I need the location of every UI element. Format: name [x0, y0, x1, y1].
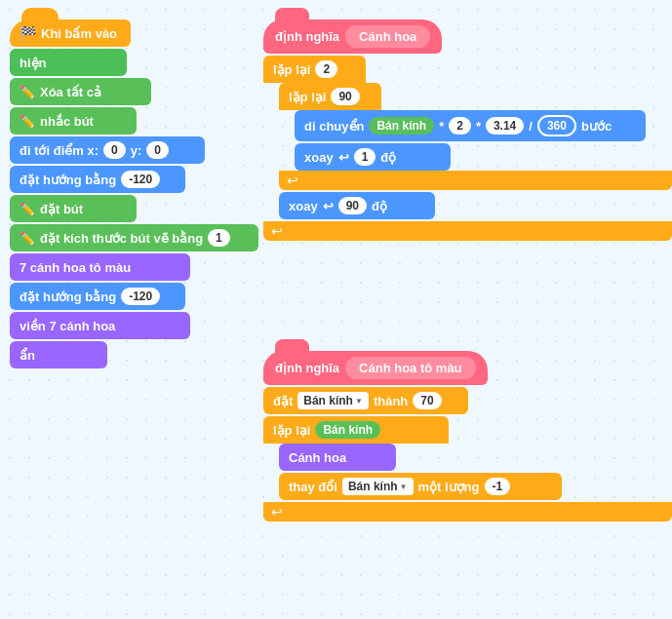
rotate1-icon: ↩	[338, 150, 349, 165]
dat-kich-thuoc-label: đặt kích thước bút vẽ bằng	[40, 231, 203, 246]
change-bankinh-block[interactable]: thay đổi Bán kính một lượng -1	[279, 473, 562, 500]
mul1: *	[439, 119, 444, 134]
pencil-icon: ✏️	[20, 85, 35, 99]
outer-loop: lặp lại 2 lặp lại 90 di chuyển Bán kính …	[263, 56, 672, 241]
right-bottom-stack: định nghĩa Cánh hoa tô màu đặt Bán kính …	[263, 351, 672, 522]
vien-canh-hoa-block[interactable]: viền 7 cánh hoa	[10, 312, 190, 339]
rotate1-block[interactable]: xoay ↩ 1 độ	[295, 143, 451, 171]
set-label: đặt	[273, 394, 293, 408]
pi-val[interactable]: 3.14	[486, 117, 524, 135]
nhac-but-block[interactable]: ✏️ nhắc bút	[10, 107, 137, 135]
dat-but-label: đặt bút	[40, 202, 83, 216]
outer-loop-top[interactable]: lặp lại 2	[263, 56, 366, 83]
dat-huong-label2: đặt hướng bằng	[20, 290, 116, 304]
buoc-label: bước	[581, 119, 612, 134]
bankinh-loop-var[interactable]: Bán kính	[315, 421, 380, 439]
canh-hoa-to-mau-label: 7 cánh hoa tô màu	[20, 260, 131, 275]
rotate2-section: xoay ↩ 90 độ	[279, 192, 672, 219]
di-toi-block[interactable]: đi tới điểm x: 0 y: 0	[10, 136, 205, 164]
inner-loop-label: lặp lại	[289, 90, 326, 104]
rotate2-icon: ↩	[323, 199, 334, 213]
canh-hoa-to-mau-block[interactable]: 7 cánh hoa tô màu	[10, 253, 190, 281]
canh-hoa-name: Cánh hoa	[345, 25, 430, 48]
hien-label: hiện	[20, 56, 47, 70]
steps-val[interactable]: 360	[537, 115, 576, 136]
define-canh-hoa-to-mau[interactable]: định nghĩa Cánh hoa tô màu	[263, 351, 488, 385]
nhac-but-label: nhắc bút	[40, 114, 94, 129]
xoa-block[interactable]: ✏️ Xóa tất cả	[10, 78, 151, 105]
dat-huong-label1: đặt hướng bằng	[20, 173, 116, 187]
rotate2-unit: độ	[372, 199, 387, 213]
rotate2-val[interactable]: 90	[338, 197, 367, 214]
inner-loop: lặp lại 90 di chuyển Bán kính * 2 * 3.14…	[279, 83, 672, 190]
bankinh-loop-top[interactable]: lặp lại Bán kính	[263, 416, 449, 444]
bankinh-oval[interactable]: Bán kính	[369, 117, 434, 135]
div-sign: /	[529, 119, 533, 134]
outer-loop-bottom: ↩	[263, 221, 672, 241]
define-label2: định nghĩa	[275, 361, 339, 375]
dat-kich-thuoc-block[interactable]: ✏️ đặt kích thước bút vẽ bằng 1	[10, 224, 258, 251]
hat-label: Khi bấm vào	[41, 26, 117, 41]
canh-hoa-to-mau-name: Cánh hoa tô màu	[345, 357, 475, 379]
left-stack: 🏁 Khi bấm vào hiện ✏️ Xóa tất cả ✏️ nhắc…	[10, 19, 258, 368]
mot-luong-label: một lượng	[418, 480, 480, 494]
move-section: di chuyển Bán kính * 2 * 3.14 / 360 bước…	[295, 110, 672, 171]
rotate1-unit: độ	[380, 150, 396, 165]
vien-canh-hoa-label: viền 7 cánh hoa	[20, 319, 115, 333]
canh-hoa-inner: Cánh hoa thay đổi Bán kính một lượng -1	[279, 444, 672, 500]
canh-hoa-call[interactable]: Cánh hoa	[279, 444, 396, 471]
mul2-val[interactable]: 2	[449, 117, 471, 135]
bankinh-loop-arrow: ↩	[271, 504, 283, 520]
inner-loop-top[interactable]: lặp lại 90	[279, 83, 381, 110]
change-var-dropdown[interactable]: Bán kính	[342, 478, 414, 495]
outer-loop-val[interactable]: 2	[315, 60, 337, 78]
an-block[interactable]: ẩn	[10, 341, 107, 368]
outer-loop-arrow: ↩	[271, 223, 283, 239]
move-block[interactable]: di chuyển Bán kính * 2 * 3.14 / 360 bước	[295, 110, 646, 141]
inner-loop-bottom: ↩	[279, 171, 672, 190]
pencil-icon3: ✏️	[20, 202, 35, 216]
x-value[interactable]: 0	[103, 141, 126, 159]
bankinh-loop: lặp lại Bán kính Cánh hoa thay đổi Bán k…	[263, 416, 672, 522]
flag-icon: 🏁	[20, 25, 36, 41]
dat-but-block[interactable]: ✏️ đặt bút	[10, 195, 137, 222]
inner-loop-val[interactable]: 90	[331, 88, 359, 105]
di-toi-label: đi tới điểm x:	[20, 143, 99, 158]
hat-block[interactable]: 🏁 Khi bấm vào	[10, 19, 131, 47]
xoa-label: Xóa tất cả	[40, 85, 101, 99]
bankinh-loop-label: lặp lại	[273, 423, 310, 438]
rotate1-val[interactable]: 1	[354, 148, 376, 166]
move-label: di chuyển	[304, 119, 364, 134]
dat-huong-block1[interactable]: đặt hướng bằng -120	[10, 166, 185, 193]
huong-value1[interactable]: -120	[121, 171, 160, 188]
set-val[interactable]: 70	[413, 392, 441, 409]
canh-hoa-call-label: Cánh hoa	[289, 450, 346, 465]
pencil-icon4: ✏️	[20, 231, 35, 246]
rotate2-block[interactable]: xoay ↩ 90 độ	[279, 192, 435, 219]
set-bankinh-block[interactable]: đặt Bán kính thành 70	[263, 387, 468, 414]
change-val[interactable]: -1	[485, 478, 511, 495]
right-top-stack: định nghĩa Cánh hoa lặp lại 2 lặp lại 90…	[263, 19, 672, 241]
rotate2-label: xoay	[289, 199, 318, 213]
define-canh-hoa[interactable]: định nghĩa Cánh hoa	[263, 19, 442, 54]
bankinh-loop-bottom: ↩	[263, 502, 672, 522]
outer-loop-label: lặp lại	[273, 62, 310, 77]
y-label: y:	[131, 143, 142, 158]
inner-loop-arrow: ↩	[287, 173, 298, 188]
bankinh-dropdown[interactable]: Bán kính	[297, 392, 369, 409]
dat-huong-block2[interactable]: đặt hướng bằng -120	[10, 283, 185, 310]
set-thanh-label: thành	[374, 394, 408, 408]
hien-block[interactable]: hiện	[10, 49, 127, 76]
rotate1-label: xoay	[304, 150, 334, 165]
define-label: định nghĩa	[275, 29, 339, 44]
kich-thuoc-value[interactable]: 1	[208, 229, 230, 247]
huong-value2[interactable]: -120	[121, 288, 160, 305]
mul3: *	[476, 119, 481, 134]
y-value[interactable]: 0	[146, 141, 169, 159]
pencil-icon2: ✏️	[20, 114, 35, 129]
an-label: ẩn	[20, 348, 35, 363]
change-label: thay đổi	[289, 480, 337, 494]
